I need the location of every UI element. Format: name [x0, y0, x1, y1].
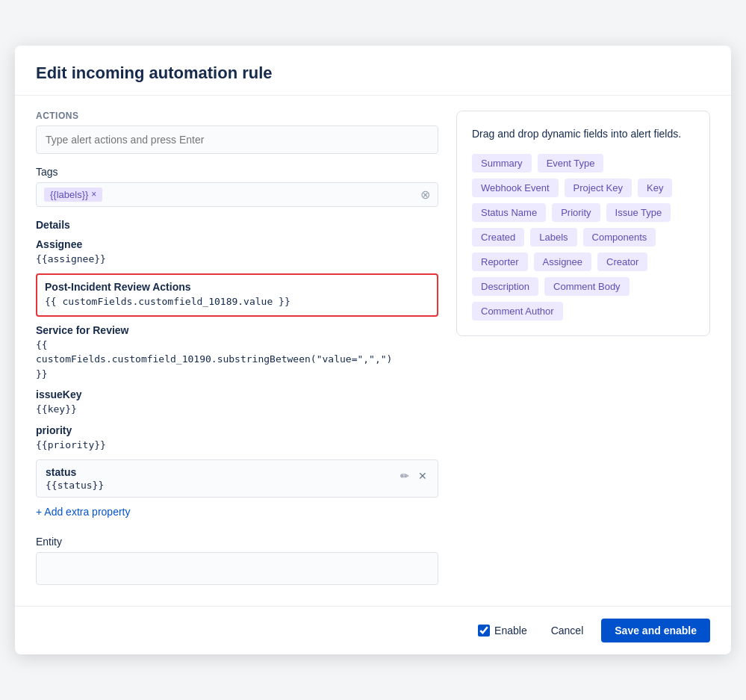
- cancel-button[interactable]: Cancel: [542, 619, 593, 642]
- entity-label: Entity: [36, 536, 438, 548]
- field-value-assignee: {{assignee}}: [36, 252, 438, 267]
- field-name-assignee: Assignee: [36, 238, 438, 250]
- field-name-service: Service for Review: [36, 324, 438, 336]
- tags-label: Tags: [36, 166, 438, 178]
- detail-row-priority: priority {{priority}}: [36, 424, 438, 453]
- field-chip-reporter[interactable]: Reporter: [472, 253, 528, 271]
- field-chip-comment-author[interactable]: Comment Author: [472, 302, 563, 320]
- dynamic-fields-container: SummaryEvent TypeWebhook EventProject Ke…: [472, 154, 694, 320]
- entity-input[interactable]: [36, 552, 438, 585]
- modal-footer: Enable Cancel Save and enable: [15, 606, 731, 654]
- field-name-post-incident: Post-Incident Review Actions: [45, 281, 429, 293]
- modal-body: Actions Tags {{labels}} × ⊗ Details A: [15, 96, 731, 607]
- actions-input[interactable]: [36, 126, 438, 154]
- tags-clear-icon[interactable]: ⊗: [420, 188, 430, 202]
- status-actions: [399, 466, 429, 484]
- detail-row-service: Service for Review {{customFields.custom…: [36, 324, 438, 382]
- field-chip-summary[interactable]: Summary: [472, 154, 532, 173]
- enable-label: Enable: [494, 625, 527, 636]
- field-chip-priority[interactable]: Priority: [552, 203, 600, 222]
- field-chip-creator[interactable]: Creator: [597, 253, 647, 271]
- modal-container: Edit incoming automation rule Actions Ta…: [15, 46, 731, 655]
- x-icon: [418, 469, 427, 482]
- tag-value: {{labels}}: [50, 189, 88, 200]
- field-chip-key[interactable]: Key: [638, 179, 672, 197]
- field-value-service: {{customFields.customfield_10190.substri…: [36, 338, 438, 382]
- field-chip-comment-body[interactable]: Comment Body: [544, 277, 630, 296]
- enable-checkbox[interactable]: [478, 625, 490, 636]
- field-chip-created[interactable]: Created: [472, 228, 524, 247]
- pencil-icon: [400, 469, 409, 482]
- field-value-priority: {{priority}}: [36, 438, 438, 453]
- field-chip-description[interactable]: Description: [472, 277, 538, 296]
- enable-container: Enable: [478, 625, 527, 636]
- add-property-button[interactable]: + Add extra property: [36, 506, 130, 518]
- detail-row-status: status {{status}}: [36, 459, 438, 498]
- add-property-label: + Add extra property: [36, 506, 130, 518]
- field-value-issuekey: {{key}}: [36, 402, 438, 417]
- entity-section: Entity: [36, 536, 438, 585]
- field-chip-webhook-event[interactable]: Webhook Event: [472, 179, 559, 197]
- details-title: Details: [36, 219, 438, 231]
- field-name-priority: priority: [36, 424, 438, 436]
- detail-row-assignee: Assignee {{assignee}}: [36, 238, 438, 267]
- field-chip-labels[interactable]: Labels: [530, 228, 576, 247]
- right-panel: Drag and drop dynamic fields into alert …: [456, 111, 710, 336]
- field-name-status: status: [46, 466, 391, 478]
- field-chip-status-name[interactable]: Status Name: [472, 203, 546, 222]
- field-chip-issue-type[interactable]: Issue Type: [606, 203, 671, 222]
- status-content: status {{status}}: [46, 466, 391, 491]
- field-chip-components[interactable]: Components: [583, 228, 656, 247]
- field-chip-event-type[interactable]: Event Type: [538, 154, 604, 173]
- field-chip-assignee[interactable]: Assignee: [534, 253, 591, 271]
- details-section: Details Assignee {{assignee}} Post-Incid…: [36, 219, 438, 530]
- edit-status-button[interactable]: [399, 468, 411, 484]
- page-title: Edit incoming automation rule: [36, 64, 710, 83]
- detail-row-issuekey: issueKey {{key}}: [36, 388, 438, 417]
- tags-input-container[interactable]: {{labels}} × ⊗: [36, 182, 438, 207]
- modal-header: Edit incoming automation rule: [15, 46, 731, 96]
- dynamic-fields-desc: Drag and drop dynamic fields into alert …: [472, 126, 694, 142]
- field-chip-project-key[interactable]: Project Key: [565, 179, 632, 197]
- field-name-issuekey: issueKey: [36, 388, 438, 400]
- save-button[interactable]: Save and enable: [601, 619, 710, 642]
- left-panel: Actions Tags {{labels}} × ⊗ Details A: [36, 111, 438, 592]
- detail-row-post-incident: Post-Incident Review Actions {{ customFi…: [36, 273, 438, 317]
- tag-chip: {{labels}} ×: [44, 188, 102, 202]
- delete-status-button[interactable]: [417, 468, 429, 484]
- field-value-status: {{status}}: [46, 480, 391, 491]
- field-value-post-incident: {{ customFields.customfield_10189.value …: [45, 294, 429, 309]
- actions-label: Actions: [36, 111, 438, 121]
- tags-section: Tags {{labels}} × ⊗: [36, 166, 438, 207]
- tag-remove[interactable]: ×: [91, 189, 96, 199]
